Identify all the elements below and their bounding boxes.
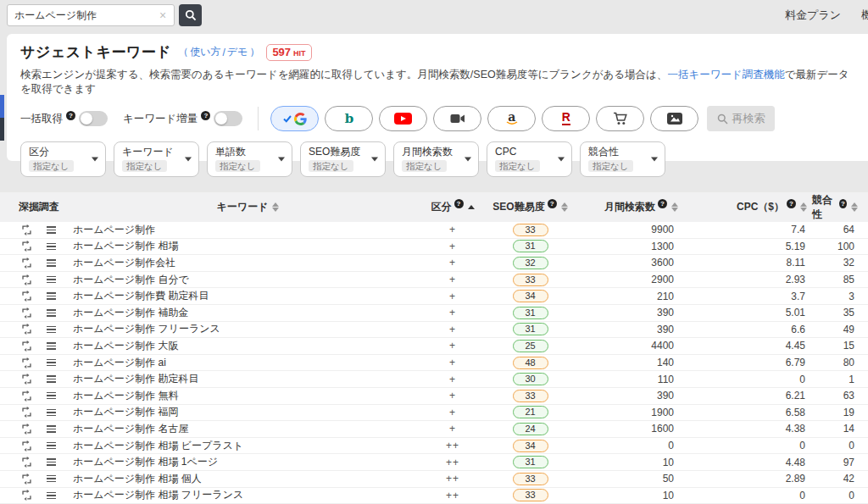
cpc-cell: 5.01 [685,307,812,318]
batch-toggle[interactable] [79,111,108,126]
image-search-button[interactable] [650,106,698,131]
expand-toggle[interactable] [214,111,242,126]
expand-info-icon[interactable]: ? [201,111,210,120]
drilldown-icon[interactable] [21,307,32,318]
seo-difficulty-badge: 34 [513,290,548,302]
table-row: ホームページ制作 大阪 + 25 4400 4.45 15 [0,338,868,355]
competition-cell: 100 [812,241,863,252]
table-row: ホームページ制作 相場 1ページ ++ 31 10 4.48 97 [0,454,868,471]
nav-pricing[interactable]: 料金プラン [785,8,841,23]
suggest-panel: サジェストキーワード （ 使い方 / デモ ） 597 HIT 検索エンジンが提… [7,34,868,161]
menu-icon[interactable] [47,475,56,483]
drilldown-icon[interactable] [21,291,32,302]
drilldown-icon[interactable] [21,258,32,269]
menu-icon[interactable] [47,292,56,300]
filter-competition[interactable]: 競合性 指定なし [580,141,665,177]
header-kubun[interactable]: 区分 ? [428,200,477,214]
drilldown-icon[interactable] [21,424,32,435]
nav-features[interactable]: 機能 [861,8,868,23]
drilldown-icon[interactable] [21,324,32,335]
clear-search-icon[interactable]: × [159,8,166,23]
menu-icon[interactable] [47,259,56,267]
keyword-cell: ホームページ制作 相場 [68,239,428,253]
search-icon [185,9,197,21]
keyword-cell: ホームページ制作 フリーランス [68,322,428,336]
menu-icon[interactable] [47,359,56,367]
menu-icon[interactable] [47,425,56,433]
batch-info-icon[interactable]: ? [66,111,75,120]
side-widget-blue[interactable] [0,95,4,118]
drilldown-icon[interactable] [21,224,32,235]
seo-difficulty-badge: 33 [513,390,548,402]
drilldown-icon[interactable] [21,390,32,402]
competition-info-icon[interactable]: ? [839,199,847,208]
shopping-button[interactable] [596,106,644,131]
menu-icon[interactable] [47,342,56,350]
keyword-cell: ホームページ制作 無料 [68,389,428,403]
sort-icon[interactable] [671,202,678,212]
drilldown-icon[interactable] [21,241,32,252]
menu-icon[interactable] [47,326,56,334]
drilldown-icon[interactable] [21,490,32,501]
sort-asc-icon[interactable] [468,205,475,209]
menu-icon[interactable] [47,392,56,400]
filter-cpc[interactable]: CPC 指定なし [487,141,572,177]
bulk-research-link[interactable]: 一括キーワード調査機能 [667,69,784,80]
cpc-info-icon[interactable]: ? [787,199,796,208]
drilldown-icon[interactable] [21,374,32,385]
sort-icon[interactable] [851,202,858,212]
search-button[interactable] [179,4,202,26]
rakuten-button[interactable]: R [542,106,590,131]
drilldown-icon[interactable] [21,474,32,485]
kubun-cell: + [428,274,477,285]
menu-icon[interactable] [47,409,56,417]
filter-kubun[interactable]: 区分 指定なし [20,141,106,177]
drilldown-icon[interactable] [21,407,32,418]
header-seo-difficulty[interactable]: SEO難易度 ? [477,200,583,214]
bing-button[interactable]: b [325,106,373,131]
menu-icon[interactable] [47,492,56,500]
menu-icon[interactable] [47,442,56,450]
volume-cell: 10 [583,490,685,501]
drilldown-icon[interactable] [21,440,32,451]
header-competition[interactable]: 競合性 ? [812,193,863,222]
kubun-info-icon[interactable]: ? [454,199,464,208]
volume-cell: 390 [583,390,685,402]
filter-keyword[interactable]: キーワード 指定なし [114,141,199,177]
seo-info-icon[interactable]: ? [548,199,557,208]
filter-search-volume[interactable]: 月間検索数 指定なし [393,141,479,177]
amazon-button[interactable]: a [487,106,536,131]
sort-icon[interactable] [561,202,568,212]
menu-icon[interactable] [47,375,56,383]
menu-icon[interactable] [47,458,56,466]
demo-link[interactable]: デモ [227,45,248,59]
table-row: ホームページ制作 勘定科目 + 30 110 0 1 [0,371,868,388]
volume-info-icon[interactable]: ? [658,199,667,208]
filter-seo-difficulty[interactable]: SEO難易度 指定なし [300,141,386,177]
menu-icon[interactable] [47,243,56,251]
youtube-button[interactable] [379,106,427,131]
cpc-cell: 0 [685,440,812,451]
sort-icon[interactable] [272,202,279,212]
filter-word-count[interactable]: 単語数 指定なし [207,141,292,177]
side-widget-dark[interactable] [0,118,4,141]
google-button[interactable] [270,106,319,131]
header-search-volume[interactable]: 月間検索数 ? [583,200,685,214]
keyword-cell: ホームページ制作 勘定科目 [68,372,428,386]
drilldown-icon[interactable] [21,341,32,352]
re-search-button[interactable]: 再検索 [707,106,775,131]
menu-icon[interactable] [47,309,56,317]
menu-icon[interactable] [47,276,56,284]
drilldown-icon[interactable] [21,274,32,285]
header-cpc[interactable]: CPC（$） ? [685,200,812,214]
drilldown-icon[interactable] [21,357,32,368]
search-input[interactable] [7,4,175,26]
menu-icon[interactable] [47,226,56,234]
video-button[interactable] [433,106,481,131]
side-widget-handle[interactable] [0,95,4,141]
howto-link[interactable]: 使い方 [190,45,220,59]
header-keyword[interactable]: キーワード [68,200,428,214]
page-title: サジェストキーワード [20,42,171,62]
drilldown-icon[interactable] [21,457,32,468]
sort-icon[interactable] [800,202,807,212]
